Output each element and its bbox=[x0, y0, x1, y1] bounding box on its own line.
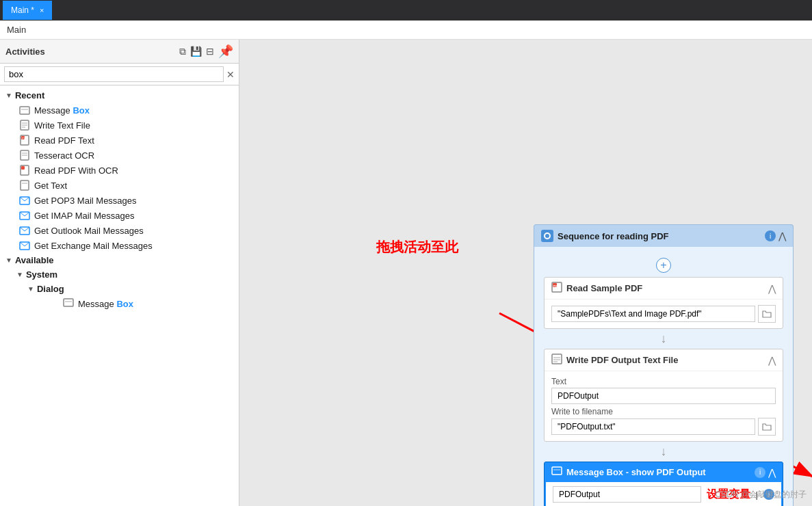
pdf-path-input[interactable] bbox=[551, 306, 755, 322]
text-field-row: Text bbox=[551, 377, 776, 404]
copy-icon[interactable]: ⧉ bbox=[179, 46, 186, 57]
svg-rect-27 bbox=[552, 354, 562, 364]
read-pdf-ocr-label: Read PDF With OCR bbox=[34, 165, 118, 176]
activities-tree: ▼ Recent Message Box bbox=[0, 85, 239, 506]
sequence-header-left: Sequence for reading PDF bbox=[541, 230, 669, 242]
watermark: CSDN @会敲键盘的肘子 bbox=[715, 489, 807, 501]
outlook-label: Get Outlook Mail Messages bbox=[34, 226, 144, 236]
write-filename-folder-btn[interactable] bbox=[758, 418, 776, 436]
system-subsection: ▼ System ▼ Dialog bbox=[0, 267, 239, 311]
get-text-icon bbox=[19, 180, 30, 191]
sidebar-title: Activities bbox=[5, 46, 45, 57]
read-pdf-block: PDF Read Sample PDF ⋀ bbox=[544, 277, 783, 329]
svg-rect-0 bbox=[20, 107, 29, 114]
drag-annotation: 拖拽活动至此 bbox=[376, 238, 458, 256]
imap-label: Get IMAP Mail Messages bbox=[34, 211, 134, 221]
main-tab[interactable]: Main * × bbox=[3, 1, 52, 20]
available-chevron: ▼ bbox=[5, 256, 12, 264]
write-text-label: Write Text File bbox=[34, 120, 90, 131]
read-pdf-body bbox=[545, 299, 783, 328]
system-label: System bbox=[26, 269, 57, 280]
add-btn-top: + bbox=[544, 258, 783, 273]
system-chevron: ▼ bbox=[16, 271, 23, 278]
write-pdf-header: Write PDF Output Text File ⋀ bbox=[545, 349, 783, 371]
write-pdf-title: Write PDF Output Text File bbox=[566, 355, 678, 365]
recent-item-read-pdf[interactable]: PDF Read PDF Text bbox=[0, 133, 239, 148]
dialog-message-box[interactable]: Message Box bbox=[22, 296, 239, 311]
arrow-1: ↓ bbox=[544, 332, 783, 346]
outlook-icon bbox=[19, 225, 30, 236]
recent-item-exchange[interactable]: Get Exchange Mail Messages bbox=[0, 238, 239, 253]
system-header[interactable]: ▼ System bbox=[11, 267, 239, 282]
write-pdf-collapse-btn[interactable]: ⋀ bbox=[768, 355, 776, 366]
recent-item-get-text[interactable]: Get Text bbox=[0, 178, 239, 193]
search-clear-btn[interactable]: ✕ bbox=[226, 69, 235, 80]
filter-icon[interactable]: ⊟ bbox=[206, 46, 214, 57]
message-info-btn[interactable]: i bbox=[755, 467, 765, 478]
sequence-collapse-btn[interactable]: ⋀ bbox=[778, 230, 786, 241]
svg-rect-31 bbox=[552, 467, 562, 475]
pdf-path-folder-btn[interactable] bbox=[758, 305, 776, 323]
write-filename-input[interactable] bbox=[551, 418, 755, 435]
pop3-icon bbox=[19, 195, 30, 206]
dialog-label: Dialog bbox=[37, 284, 64, 294]
recent-item-pop3[interactable]: Get POP3 Mail Messages bbox=[0, 193, 239, 208]
recent-label: Recent bbox=[15, 90, 44, 101]
recent-header[interactable]: ▼ Recent bbox=[0, 88, 239, 103]
recent-item-read-pdf-ocr[interactable]: Read PDF With OCR bbox=[0, 163, 239, 178]
exchange-icon bbox=[19, 240, 30, 251]
breadcrumb: Main bbox=[7, 25, 26, 35]
recent-item-outlook[interactable]: Get Outlook Mail Messages bbox=[0, 223, 239, 238]
read-pdf-header-left: PDF Read Sample PDF bbox=[551, 282, 642, 295]
write-filename-label: Write to filename bbox=[551, 407, 776, 416]
imap-icon bbox=[19, 210, 30, 221]
add-activity-top-btn[interactable]: + bbox=[656, 258, 671, 273]
message-box-header-right: i ⋀ bbox=[755, 467, 776, 478]
search-input[interactable] bbox=[4, 66, 224, 82]
available-header[interactable]: ▼ Available bbox=[0, 253, 239, 267]
recent-item-message-box[interactable]: Message Box bbox=[0, 103, 239, 118]
read-pdf-label: Read PDF Text bbox=[34, 135, 94, 146]
message-box-highlight: Box bbox=[73, 105, 90, 116]
sequence-header-right: i ⋀ bbox=[765, 230, 786, 241]
message-box-input[interactable] bbox=[553, 486, 701, 503]
read-pdf-collapse-btn[interactable]: ⋀ bbox=[768, 283, 776, 294]
tesseract-icon bbox=[19, 150, 30, 161]
message-box-title: Message Box - show PDF Output bbox=[566, 467, 706, 477]
sequence-info-btn[interactable]: i bbox=[765, 230, 776, 241]
recent-item-write-text[interactable]: Write Text File bbox=[0, 118, 239, 133]
recent-item-imap[interactable]: Get IMAP Mail Messages bbox=[0, 208, 239, 223]
read-pdf-title: Read Sample PDF bbox=[566, 283, 642, 293]
sequence-block: Sequence for reading PDF i ⋀ + bbox=[534, 224, 794, 506]
save-icon[interactable]: 💾 bbox=[190, 46, 202, 57]
tab-close-btn[interactable]: × bbox=[40, 6, 44, 14]
message-box-icon bbox=[19, 105, 30, 116]
write-filename-input-row bbox=[551, 418, 776, 436]
recent-item-tesseract[interactable]: Tesseract OCR bbox=[0, 148, 239, 163]
message-box-header: Message Box - show PDF Output i ⋀ bbox=[545, 462, 783, 482]
pop3-label: Get POP3 Mail Messages bbox=[34, 196, 137, 206]
dialog-chevron: ▼ bbox=[27, 285, 34, 293]
sequence-title: Sequence for reading PDF bbox=[558, 231, 669, 241]
available-label: Available bbox=[15, 255, 54, 265]
message-box-header-left: Message Box - show PDF Output bbox=[551, 466, 706, 478]
dialog-box-highlight: Box bbox=[116, 299, 133, 309]
message-box-header-icon bbox=[551, 466, 562, 478]
pin-icon[interactable]: 📌 bbox=[218, 44, 233, 59]
write-text-icon bbox=[19, 120, 30, 131]
svg-rect-14 bbox=[21, 181, 29, 190]
canvas-area: 拖拽活动至此 Se bbox=[239, 40, 812, 506]
write-pdf-file-icon bbox=[551, 354, 562, 367]
dialog-header[interactable]: ▼ Dialog bbox=[22, 282, 239, 296]
text-value-input[interactable] bbox=[551, 388, 776, 404]
read-pdf-icon: PDF bbox=[19, 135, 30, 146]
recent-chevron: ▼ bbox=[5, 92, 12, 99]
svg-rect-20 bbox=[64, 299, 73, 306]
exchange-label: Get Exchange Mail Messages bbox=[34, 241, 153, 251]
tab-label: Main * bbox=[11, 5, 34, 15]
read-pdf-file-icon: PDF bbox=[551, 282, 562, 295]
arrow-2: ↓ bbox=[544, 444, 783, 459]
write-pdf-body: Text Write to filename bbox=[545, 371, 783, 441]
available-section: ▼ Available ▼ System ▼ Dia bbox=[0, 253, 239, 311]
message-collapse-btn[interactable]: ⋀ bbox=[768, 467, 776, 478]
